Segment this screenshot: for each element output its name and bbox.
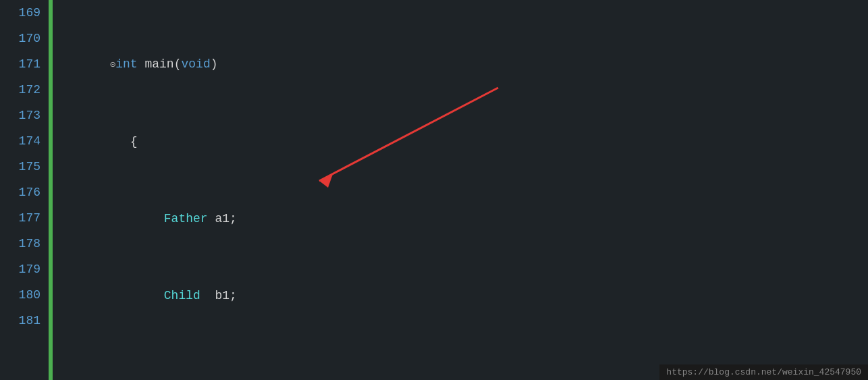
line-173: 173 bbox=[0, 103, 40, 128]
line-175: 175 bbox=[0, 154, 40, 180]
code-line-170: ⊝int main(void) bbox=[66, 26, 868, 103]
line-169: 169 bbox=[0, 0, 40, 26]
line-178: 178 bbox=[0, 231, 40, 256]
class-child: Child bbox=[164, 289, 200, 302]
func-name: main bbox=[138, 57, 174, 71]
line-170: 170 bbox=[0, 26, 40, 51]
code-content[interactable]: ⊝int main(void) { Father a1; Child b1; a… bbox=[53, 0, 868, 380]
line-174: 174 bbox=[0, 128, 40, 154]
collapse-icon: ⊝ bbox=[110, 59, 115, 70]
status-bar-url: https://blog.csdn.net/weixin_42547950 bbox=[659, 364, 868, 380]
line-177: 177 bbox=[0, 205, 40, 231]
code-line-173: Child b1; bbox=[66, 257, 868, 334]
code-line-172: Father a1; bbox=[66, 180, 868, 257]
line-180: 180 bbox=[0, 282, 40, 308]
line-numbers: 169 170 171 172 173 174 175 176 177 178 … bbox=[0, 0, 49, 380]
code-line-169 bbox=[66, 0, 868, 26]
code-line-174 bbox=[66, 334, 868, 360]
code-line-171: { bbox=[66, 103, 868, 180]
line-176: 176 bbox=[0, 180, 40, 205]
keyword-void: void bbox=[181, 57, 210, 71]
line-171: 171 bbox=[0, 51, 40, 77]
class-father: Father bbox=[164, 212, 208, 225]
line-181: 181 bbox=[0, 308, 40, 333]
line-179: 179 bbox=[0, 256, 40, 282]
line-172: 172 bbox=[0, 77, 40, 103]
editor-container: 169 170 171 172 173 174 175 176 177 178 … bbox=[0, 0, 868, 380]
keyword-int: int bbox=[115, 57, 137, 71]
